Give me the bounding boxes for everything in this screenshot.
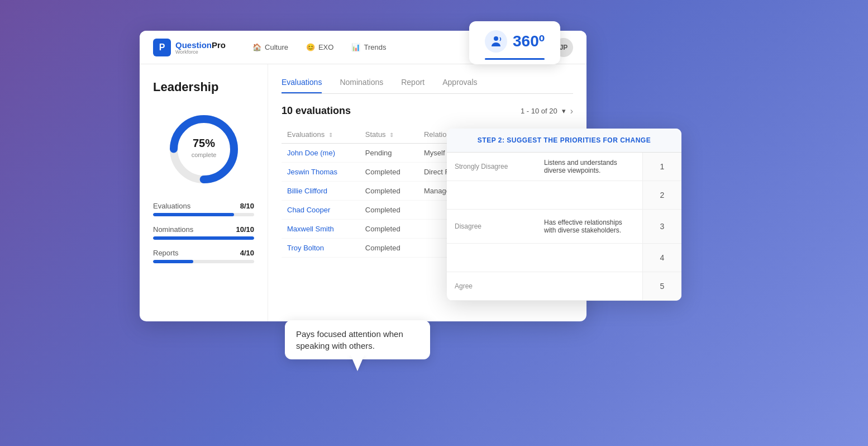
step2-label-2 [447,181,536,209]
step2-row-5: Agree 5 [447,272,681,301]
step2-num-5[interactable]: 5 [642,272,681,300]
tab-report[interactable]: Report [401,78,425,93]
tooltip-text: Pays focused attention when speaking wit… [296,328,419,352]
stat-reports-track [153,260,254,263]
home-icon: 🏠 [252,43,261,51]
step2-row-4: 4 [447,244,681,272]
stat-evaluations: Evaluations 8/10 [153,202,254,216]
nav-trends-label: Trends [364,43,386,51]
badge-360-underline [485,58,545,60]
pagination-next-icon[interactable]: › [570,106,573,116]
page-title: Leadership [153,80,254,94]
nav-exo[interactable]: 😊 EXO [306,43,333,51]
nav-culture[interactable]: 🏠 Culture [252,43,288,51]
stat-nominations-track [153,236,254,240]
donut-percent: 75% [192,137,214,149]
stat-nominations: Nominations 10/10 [153,225,254,240]
logo-brand: QuestionPro [175,40,226,50]
sort-icon-status: ⇕ [389,132,394,138]
row-2-status: Completed [360,182,418,201]
stat-nominations-label: Nominations [153,225,193,234]
donut-chart-svg: 75% complete [165,110,243,188]
step2-text-5 [536,272,642,300]
step2-label-3: Disagree [447,210,536,243]
tab-approvals[interactable]: Approvals [442,78,477,93]
step2-label-4 [447,244,536,272]
tabs-bar: Evaluations Nominations Report Approvals [282,78,573,94]
row-5-status: Completed [360,239,418,258]
row-3-status: Completed [360,201,418,220]
pagination-text: 1 - 10 of 20 [521,107,557,115]
tooltip-arrow-icon [346,355,369,372]
row-1-name[interactable]: Jeswin Thomas [282,163,360,182]
row-0-status: Pending [360,144,418,163]
person-360-icon [485,30,507,53]
row-4-name[interactable]: Maxwell Smith [282,220,360,239]
row-1-status: Completed [360,163,418,182]
chart-icon: 📊 [351,43,360,51]
tab-nominations[interactable]: Nominations [340,78,383,93]
svg-point-0 [494,36,498,41]
pagination: 1 - 10 of 20 ▾ › [521,106,573,116]
badge-360-card: 360º [469,21,560,64]
row-2-name[interactable]: Billie Clifford [282,182,360,201]
logo-sub: Workforce [175,49,226,55]
logo-letter: P [159,42,165,53]
row-5-name[interactable]: Troy Bolton [282,239,360,258]
nav-culture-label: Culture [265,43,288,51]
col-status: Status ⇕ [360,126,418,144]
stat-nominations-value: 10/10 [236,225,254,234]
stat-reports-value: 4/10 [240,249,254,257]
svg-marker-3 [351,355,364,371]
sort-icon-evaluations: ⇕ [328,132,333,138]
donut-chart-container: 75% complete [153,110,254,188]
step2-num-4[interactable]: 4 [642,244,681,272]
logo-area: P QuestionPro Workforce [153,39,226,56]
stat-evaluations-label: Evaluations [153,202,190,210]
pagination-dropdown-icon[interactable]: ▾ [562,107,566,115]
col-evaluations: Evaluations ⇕ [282,126,360,144]
stat-reports-label: Reports [153,249,179,257]
step2-row-1: Strongly Disagree Listens and understand… [447,153,681,181]
nav-exo-label: EXO [318,43,333,51]
stat-evaluations-track [153,213,254,216]
step2-num-3[interactable]: 3 [642,210,681,243]
nav-trends[interactable]: 📊 Trends [351,43,386,51]
step2-text-1: Listens and understands diverse viewpoin… [536,153,642,181]
row-3-name[interactable]: Chad Cooper [282,201,360,220]
step2-body: Strongly Disagree Listens and understand… [447,153,681,301]
step2-row-3: Disagree Has effective relationships wit… [447,210,681,244]
stat-reports: Reports 4/10 [153,249,254,263]
step2-text-3: Has effective relationships with diverse… [536,210,642,243]
step2-num-1[interactable]: 1 [642,153,681,181]
step2-card: STEP 2: SUGGEST THE PRIORITIES FOR CHANG… [447,129,681,301]
step2-text-4 [536,244,642,272]
stat-evaluations-value: 8/10 [240,202,254,210]
step2-row-2: 2 [447,181,681,210]
tab-evaluations[interactable]: Evaluations [282,78,322,93]
panel-header: 10 evaluations 1 - 10 of 20 ▾ › [282,105,573,117]
step2-label-1: Strongly Disagree [447,153,536,181]
step2-text-2 [536,181,642,209]
step2-label-5: Agree [447,272,536,300]
logo-box: P [153,39,171,56]
tooltip-bubble: Pays focused attention when speaking wit… [285,320,430,359]
stat-nominations-fill [153,236,254,240]
row-0-name[interactable]: John Doe (me) [282,144,360,163]
step2-num-2[interactable]: 2 [642,181,681,209]
stat-reports-fill [153,260,193,263]
panel-title: 10 evaluations [282,105,351,117]
donut-label: complete [191,151,216,158]
row-4-status: Completed [360,220,418,239]
stat-evaluations-fill [153,213,234,216]
left-panel: Leadership 75% complete Evaluations 8/10 [140,64,268,321]
face-icon: 😊 [306,43,315,51]
badge-360-label: 360º [513,32,545,50]
step2-header: STEP 2: SUGGEST THE PRIORITIES FOR CHANG… [447,129,681,153]
